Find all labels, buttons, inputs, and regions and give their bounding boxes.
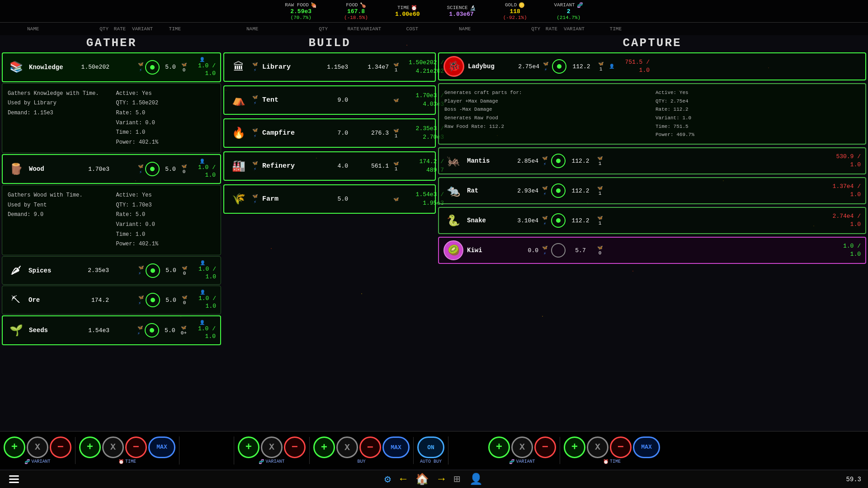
build-item-library[interactable]: 🏛 🦋 ⚡ Library 1.15e3 1.34e7 🦋 1 1.50e202… [223, 52, 436, 82]
gather-variant-x[interactable]: X [27, 436, 48, 458]
forward-icon[interactable]: → [438, 473, 444, 485]
build-col-rate: RATE [328, 26, 359, 32]
science-label: SCIENCE [447, 5, 467, 10]
capture-time-minus[interactable]: − [610, 436, 632, 458]
gold-value: 118 [509, 8, 520, 15]
wood-icon: 🪵 [7, 160, 25, 178]
knowledge-variant-icon: 🦋 [181, 62, 187, 67]
rat-toggle[interactable] [551, 183, 566, 198]
build-item-refinery[interactable]: 🏭 🦋 ⚡ Refinery 4.0 561.1 🦋 1 174.2 / 489… [223, 151, 436, 181]
gather-time-minus[interactable]: − [125, 436, 147, 458]
kiwi-toggle[interactable] [551, 243, 566, 258]
rawfood-rate: (70.7%) [291, 15, 311, 20]
ladybug-toggle[interactable] [552, 59, 566, 74]
build-buy-max[interactable]: MAX [382, 436, 410, 458]
grid-icon[interactable]: ⊞ [454, 473, 460, 486]
farm-qty: 5.0 [312, 196, 348, 202]
kiwi-rate: 5.7 [569, 247, 592, 254]
home-icon[interactable]: 🏠 [415, 473, 429, 486]
seeds-icon: 🌱 [7, 321, 25, 339]
score-display: 59.3 [846, 476, 861, 483]
rawfood-value: 2.59e3 [290, 8, 311, 15]
capture-item-snake[interactable]: 🐍 Snake 3.10e4 🦋 ⚡ 112.2 🦋 1 2.74e4 / 1.… [438, 207, 866, 234]
mantis-toggle[interactable] [551, 154, 566, 168]
capture-col-time: TIME [585, 26, 622, 32]
person-icon[interactable]: 👤 [469, 473, 483, 486]
snake-qty: 3.10e4 [507, 217, 538, 224]
build-buy-x[interactable]: X [336, 436, 358, 458]
gather-item-spices[interactable]: 🌶 Spices 2.35e3 🦋 ⚡ 5.0 🦋 0 👤 1.0 / 1.0 [2, 256, 221, 285]
gather-variant-minus[interactable]: − [50, 436, 71, 458]
library-qty: 1.15e3 [312, 64, 348, 70]
capture-item-ladybug[interactable]: 🐞 Ladybug 2.75e4 🦋 ⚡ 112.2 🦋 1 👤 751.5 /… [438, 52, 866, 80]
knowledge-toggle[interactable] [145, 60, 160, 75]
ladybug-time: 751.5 / 1.0 [618, 58, 650, 75]
capture-item-kiwi[interactable]: 🥝 Kiwi 0.0 🦋 ⚡ 5.7 🦋 0 1.0 / 1.0 [438, 237, 866, 264]
build-variant-minus[interactable]: − [284, 436, 306, 458]
spices-time: 1.0 / 1.0 [189, 266, 216, 281]
campfire-qty: 7.0 [312, 130, 348, 136]
capture-time-plus[interactable]: + [564, 436, 585, 458]
gather-time-plus[interactable]: + [79, 436, 101, 458]
seeds-toggle[interactable] [145, 323, 159, 338]
time-value: 1.00e60 [395, 11, 420, 18]
gather-col-time: TIME [154, 26, 181, 32]
tent-name: Tent [262, 96, 307, 104]
refinery-qty: 4.0 [312, 163, 348, 169]
knowledge-detail-right: Active: Yes QTY: 1.50e202 Rate: 5.0 Vari… [116, 89, 216, 148]
ladybug-qty: 2.75e4 [508, 63, 539, 70]
build-item-campfire[interactable]: 🔥 🦋 ⚡ Campfire 7.0 276.3 🦋 1 2.35e3 / 2.… [223, 118, 436, 148]
food-label: FOOD [346, 2, 358, 8]
wood-toggle[interactable] [145, 162, 160, 176]
menu-button[interactable] [7, 473, 21, 485]
gather-time-max[interactable]: MAX [148, 436, 175, 458]
capture-item-rat[interactable]: 🐀 Rat 2.93e4 🦋 ⚡ 112.2 🦋 1 1.37e4 / 1.0 [438, 177, 866, 204]
farm-icon: 🌾 [230, 190, 248, 208]
snake-toggle[interactable] [551, 213, 566, 228]
build-variant-plus[interactable]: + [238, 436, 259, 458]
build-buy-plus[interactable]: + [313, 436, 335, 458]
capture-variant-minus[interactable]: − [534, 436, 556, 458]
build-item-farm[interactable]: 🌾 🦋 ⚡ Farm 5.0 🦋 1.54e3 / 1.95e3 [223, 184, 436, 214]
resource-science: SCIENCE 🔬 1.03e67 [447, 5, 476, 18]
campfire-rate: 276.3 [353, 130, 389, 136]
capture-item-mantis[interactable]: 🦗 Mantis 2.85e4 🦋 ⚡ 112.2 🦋 1 530.9 / 1.… [438, 147, 866, 174]
gather-col-qty: QTY [72, 26, 108, 32]
knowledge-rate-icon2: ⚡ [139, 67, 142, 73]
knowledge-rate-icon: 🦋 [138, 61, 143, 67]
gold-label: GOLD [505, 2, 517, 8]
variant-icon: 🧬 [577, 2, 583, 8]
time-icon: ⏰ [411, 5, 417, 11]
gather-item-knowledge[interactable]: 📚 Knowledge 1.50e202 🦋 ⚡ 5.0 🦋 0 👤 1.0 /… [2, 52, 221, 82]
build-item-tent[interactable]: ⛺ 🦋 ⚡ Tent 9.0 🦋 1.70e3 / 4.03e3 [223, 85, 436, 115]
refinery-rate: 561.1 [353, 163, 389, 169]
seeds-name: Seeds [29, 327, 70, 334]
back-icon[interactable]: ← [400, 473, 406, 485]
capture-variant-plus[interactable]: + [488, 436, 510, 458]
mantis-rate: 112.2 [569, 158, 592, 164]
ore-toggle[interactable] [146, 293, 160, 307]
capture-time-x[interactable]: X [587, 436, 609, 458]
library-name: Library [262, 63, 307, 71]
capture-time-max[interactable]: MAX [633, 436, 660, 458]
build-buy-minus[interactable]: − [359, 436, 381, 458]
food-icon: 🍗 [360, 2, 366, 8]
gather-item-seeds[interactable]: 🌱 Seeds 1.54e3 🦋 ⚡ 5.0 🦋 0+ 👤 1.0 / 1.0 [2, 315, 221, 345]
gear-icon[interactable]: ⚙ [384, 473, 391, 486]
build-variant-x[interactable]: X [261, 436, 283, 458]
refinery-name: Refinery [262, 162, 307, 170]
campfire-icon: 🔥 [230, 124, 248, 142]
gather-item-wood[interactable]: 🪵 Wood 1.70e3 🦋 ⚡ 5.0 🦋 0 👤 1.0 / 1.0 [2, 154, 221, 184]
resource-gold: GOLD 🪙 118 (-92.1%) [503, 2, 527, 20]
build-col-name: NAME [246, 26, 292, 32]
time-label: TIME [397, 5, 409, 10]
gather-item-ore[interactable]: ⛏ Ore 174.2 🦋 ⚡ 5.0 🦋 0 👤 1.0 / 1.0 [2, 286, 221, 314]
gather-variant-plus[interactable]: + [4, 436, 25, 458]
capture-variant-x[interactable]: X [511, 436, 533, 458]
mantis-icon: 🦗 [443, 151, 463, 171]
gather-time-x[interactable]: X [102, 436, 124, 458]
spices-qty: 2.35e3 [73, 267, 109, 274]
build-autobuy-btn[interactable]: ON [417, 436, 444, 458]
food-rate: (-18.5%) [344, 15, 368, 20]
spices-toggle[interactable] [146, 263, 160, 278]
